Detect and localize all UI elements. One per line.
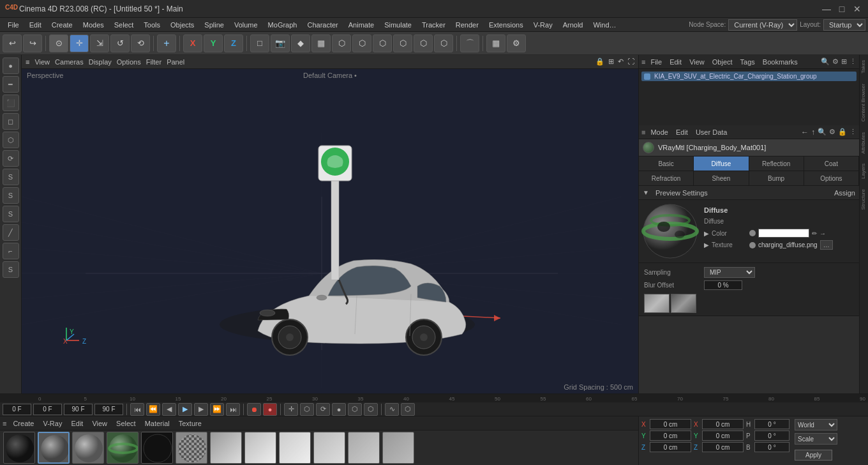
- key-btn-5[interactable]: ⬡: [348, 403, 362, 416]
- close-button[interactable]: ✕: [851, 3, 863, 15]
- sampling-select[interactable]: MIP: [704, 267, 755, 278]
- attr-back-icon[interactable]: ←: [801, 128, 809, 137]
- vp-display-menu[interactable]: Display: [89, 58, 112, 66]
- poly-button[interactable]: ◆: [291, 34, 310, 52]
- end-frame-input[interactable]: [64, 404, 93, 415]
- x-pos-input[interactable]: [650, 419, 691, 429]
- tab-reflection[interactable]: Reflection: [749, 156, 804, 171]
- om-menu-icon[interactable]: ≡: [641, 58, 645, 66]
- goto-start-btn[interactable]: ⏮: [130, 403, 144, 416]
- preview-settings-btn[interactable]: Preview Settings: [655, 189, 708, 197]
- vtab-structure[interactable]: Structure: [860, 184, 868, 215]
- wave-btn[interactable]: ∿: [385, 403, 399, 416]
- h-input[interactable]: [754, 419, 789, 429]
- attr-lock-icon[interactable]: 🔒: [838, 128, 847, 137]
- menu-spline[interactable]: Spline: [199, 18, 229, 32]
- z-pos-input[interactable]: [650, 442, 691, 452]
- om-file-menu[interactable]: File: [648, 58, 664, 66]
- maximize-button[interactable]: □: [836, 3, 848, 15]
- om-more-icon[interactable]: ⋮: [849, 57, 857, 66]
- next-key-btn[interactable]: ⏩: [210, 403, 224, 416]
- x-axis-button[interactable]: X: [183, 34, 202, 52]
- mb-edit-menu[interactable]: Edit: [68, 420, 86, 427]
- motion-path-btn[interactable]: ✛: [284, 403, 298, 416]
- menu-vray[interactable]: V-Ray: [528, 18, 558, 32]
- texture-browse-btn[interactable]: …: [820, 240, 833, 250]
- sidebar-tool1[interactable]: ⟳: [3, 150, 19, 167]
- vp-restore-icon[interactable]: ↶: [618, 57, 624, 66]
- p-input[interactable]: [754, 431, 789, 441]
- vp-maximize-icon[interactable]: ⊞: [608, 57, 614, 66]
- assign-btn[interactable]: Assign: [834, 189, 855, 197]
- sidebar-tool4[interactable]: S: [3, 206, 19, 222]
- vtab-content-browser[interactable]: Content Browser: [860, 79, 868, 127]
- mat-item-12[interactable]: Ke14_Kia: [382, 432, 415, 465]
- key-btn-4[interactable]: ●: [332, 403, 346, 416]
- start-frame-input[interactable]: [33, 404, 62, 415]
- attr-filter-icon[interactable]: ⚙: [829, 128, 835, 137]
- om-view-menu[interactable]: View: [687, 58, 707, 66]
- mat-item-8[interactable]: Charging: [244, 432, 277, 465]
- color-arrow-icon[interactable]: →: [819, 230, 826, 237]
- x-rot-input[interactable]: [702, 419, 744, 429]
- y-axis-button[interactable]: Y: [204, 34, 223, 52]
- color-expand-icon[interactable]: ▶: [704, 230, 709, 237]
- play-btn[interactable]: ▶: [178, 403, 192, 416]
- move-button[interactable]: ✛: [70, 34, 89, 52]
- minimize-button[interactable]: —: [821, 3, 832, 15]
- mb-texture-menu[interactable]: Texture: [176, 420, 204, 427]
- redo-button[interactable]: ↪: [23, 34, 42, 52]
- sidebar-tool2[interactable]: S: [3, 169, 19, 185]
- render-view-button[interactable]: ▦: [486, 34, 505, 52]
- transform-button[interactable]: ⟲: [131, 34, 150, 52]
- fps-input[interactable]: [94, 404, 123, 415]
- om-edit-menu[interactable]: Edit: [667, 58, 684, 66]
- sidebar-poly-mode[interactable]: ⬛: [3, 95, 19, 111]
- menu-tools[interactable]: Tools: [138, 18, 165, 32]
- menu-create[interactable]: Create: [47, 18, 78, 32]
- vp-panel-menu[interactable]: Panel: [167, 58, 184, 66]
- mat-item-4[interactable]: Charging: [106, 432, 139, 465]
- menu-file[interactable]: File: [3, 18, 24, 32]
- menu-select[interactable]: Select: [109, 18, 139, 32]
- attr-mode-menu[interactable]: Mode: [648, 128, 671, 136]
- menu-character[interactable]: Character: [302, 18, 343, 32]
- world-select[interactable]: World: [795, 419, 837, 431]
- camera-button[interactable]: 📷: [271, 34, 290, 52]
- menu-arnold[interactable]: Arnold: [558, 18, 588, 32]
- menu-wind[interactable]: Wind…: [588, 18, 621, 32]
- mat-item-7[interactable]: Charging: [209, 432, 243, 465]
- mat-item-6[interactable]: Charging: [175, 432, 208, 465]
- om-filter-icon[interactable]: ⚙: [832, 57, 839, 66]
- menu-mograph[interactable]: MoGraph: [263, 18, 303, 32]
- vp-filter-menu[interactable]: Filter: [146, 58, 161, 66]
- sidebar-edge-mode[interactable]: ━: [3, 76, 19, 93]
- menu-objects[interactable]: Objects: [165, 18, 199, 32]
- tab-coat[interactable]: Coat: [804, 156, 859, 171]
- mb-view-menu[interactable]: View: [89, 420, 110, 427]
- vp-lock-icon[interactable]: 🔒: [595, 57, 604, 66]
- live-select-button[interactable]: ⊙: [49, 34, 68, 52]
- menu-edit[interactable]: Edit: [24, 18, 47, 32]
- om-bookmarks-menu[interactable]: Bookmarks: [760, 58, 800, 66]
- mat-item-3[interactable]: Charging: [71, 432, 105, 465]
- om-search-icon[interactable]: 🔍: [821, 57, 830, 66]
- om-object-menu[interactable]: Object: [710, 58, 735, 66]
- b-input[interactable]: [754, 442, 789, 452]
- apply-button[interactable]: Apply: [795, 450, 832, 461]
- vp-cameras-menu[interactable]: Cameras: [55, 58, 84, 66]
- sidebar-tool7[interactable]: S: [3, 261, 19, 278]
- om-tags-menu[interactable]: Tags: [738, 58, 758, 66]
- light-button[interactable]: ⬡: [352, 34, 371, 52]
- tab-basic[interactable]: Basic: [639, 156, 694, 171]
- texture-expand-icon[interactable]: ▶: [704, 241, 709, 248]
- mb-menu-icon[interactable]: ≡: [3, 420, 6, 427]
- prev-frame-btn[interactable]: ◀: [162, 403, 176, 416]
- field-button[interactable]: ⬡: [393, 34, 412, 52]
- menu-simulate[interactable]: Simulate: [379, 18, 417, 32]
- rotate-button[interactable]: ↺: [110, 34, 130, 52]
- mb-create-menu[interactable]: Create: [10, 420, 36, 427]
- sidebar-uv-mode[interactable]: ◻: [3, 113, 19, 130]
- render-button[interactable]: ▦: [311, 34, 331, 52]
- prev-key-btn[interactable]: ⏪: [146, 403, 160, 416]
